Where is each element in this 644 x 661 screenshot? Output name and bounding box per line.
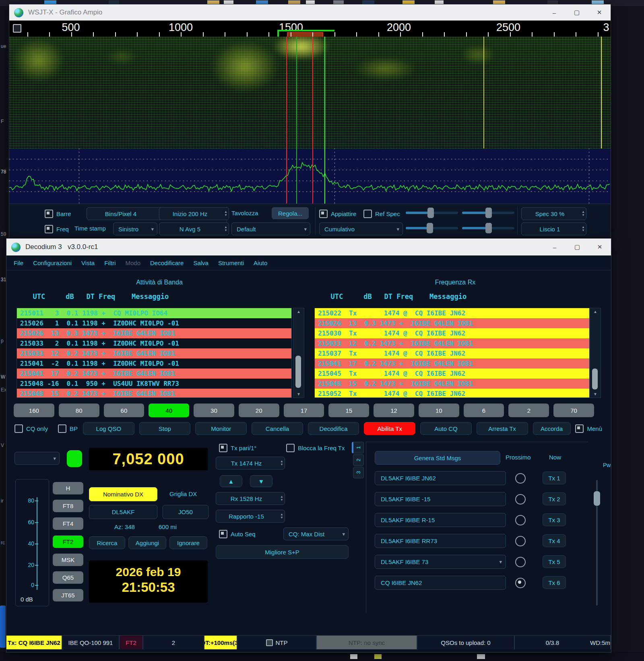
spinner-arrows[interactable]: ▲▼	[582, 223, 585, 235]
log-qso-button[interactable]: Log QSO	[83, 422, 134, 435]
gain2-slider[interactable]	[406, 222, 458, 234]
decode-row[interactable]: 215041 17 0.2 1473 + I6IBE G4LEN IO81	[315, 358, 589, 369]
pwr-slider[interactable]	[593, 480, 601, 605]
decode-row[interactable]: 215026 1 0.1 1198 + IZ0DHC MI0LPO -01	[17, 318, 291, 328]
cq-only-checkbox[interactable]: CQ only	[14, 424, 58, 433]
freq-checkbox[interactable]: Freq	[45, 225, 69, 233]
waterfall-display[interactable]	[9, 37, 611, 148]
decode-row[interactable]: 215045 Tx 1474 @ CQ I6IBE JN62	[315, 369, 589, 379]
checkbox-icon[interactable]	[58, 424, 66, 433]
decode-row[interactable]: 215026 13 0.3 1473 + I6IBE G4LEN IO81	[17, 328, 291, 338]
freq-tab-2[interactable]: 2	[353, 454, 364, 466]
spinner-arrows[interactable]: ▲▼	[280, 510, 283, 522]
menu-item[interactable]: Modo	[125, 259, 140, 266]
checkbox-icon[interactable]	[319, 210, 328, 218]
dx-call-button[interactable]: Nominativo DX	[89, 487, 157, 501]
timestamp-align-dropdown[interactable]: Sinistro	[113, 222, 157, 235]
pwr-slider-handle[interactable]	[594, 491, 600, 506]
frequency-scale[interactable]: 500 1000 1500 2000 2500 3	[9, 21, 611, 37]
menu-item[interactable]: Strumenti	[218, 259, 244, 266]
menu-item[interactable]: Decodificare	[150, 259, 184, 266]
tx-select-radio[interactable]	[515, 536, 526, 546]
main-titlebar[interactable]: Decodium 3 v3.0.0-rc1 – ▢ ✕	[6, 239, 611, 255]
menu-checkbox[interactable]: Menù	[575, 424, 602, 433]
palette-dropdown[interactable]: Default	[231, 222, 310, 235]
checkbox-icon[interactable]	[219, 444, 227, 452]
band-activity-table[interactable]: 215011 3 0.1 1198 + CQ MI0LPO IO64215026…	[17, 308, 292, 398]
decode-row[interactable]: 215041 17 0.2 1473 + I6IBE G4LEN IO81	[17, 369, 291, 379]
bins-pixel-spinner[interactable]: Bins/Pixel 4 ▲▼	[87, 207, 163, 220]
rx-freq-spinner[interactable]: Rx 1528 Hz ▲▼	[216, 492, 285, 505]
band-activity-scrollbar[interactable]: ▲▼	[293, 308, 304, 398]
adjust-palette-button[interactable]: Regola...	[272, 207, 309, 219]
mode-button[interactable]: FT8	[53, 500, 83, 512]
close-icon[interactable]: ✕	[588, 239, 611, 255]
close-icon[interactable]: ✕	[588, 4, 611, 21]
generate-std-msgs-button[interactable]: Genera Std Msgs	[375, 451, 500, 465]
auto-seq-checkbox[interactable]: Auto Seq	[219, 530, 256, 538]
tx-select-radio[interactable]	[515, 557, 526, 567]
menu-item[interactable]: File	[14, 259, 23, 266]
menu-item[interactable]: Configurazioni	[33, 259, 72, 266]
rx-frequency-scrollbar[interactable]: ▲▼	[590, 308, 601, 398]
tx-message-field[interactable]: CQ I6IBE JN62	[375, 576, 506, 590]
zero-slider[interactable]	[462, 207, 514, 218]
tx-select-radio[interactable]	[515, 578, 526, 588]
band-button[interactable]: 17	[284, 404, 324, 417]
tx-down-button[interactable]: ▼	[250, 475, 272, 487]
mode-button[interactable]: JT65	[53, 589, 83, 601]
start-freq-spinner[interactable]: Inizio 200 Hz ▲▼	[159, 207, 229, 220]
halt-tx-button[interactable]: Arresta Tx	[477, 422, 528, 435]
mode-button[interactable]: H	[53, 482, 83, 494]
tx-message-field[interactable]: DL5AKF I6IBE RR73	[375, 534, 506, 548]
dx-call-field[interactable]: DL5AKF	[89, 505, 157, 519]
tx-slot-button[interactable]: Tx 6	[543, 576, 566, 589]
tx-select-radio[interactable]	[515, 515, 526, 525]
tx-message-field[interactable]: DL5AKF I6IBE 73	[375, 555, 506, 569]
gain-slider[interactable]	[406, 207, 458, 218]
band-button[interactable]: 10	[419, 404, 459, 417]
tx-up-button[interactable]: ▲	[220, 475, 242, 487]
mode-button[interactable]: Q65	[53, 571, 83, 584]
dx-grid-field[interactable]: JO50	[163, 505, 208, 519]
band-button[interactable]: 2	[508, 404, 549, 417]
spectrum-plot[interactable]	[9, 148, 611, 204]
tx-slot-button[interactable]: Tx 4	[543, 534, 566, 547]
band-button[interactable]: 12	[374, 404, 414, 417]
tx-message-field[interactable]: DL5AKF I6IBE -15	[375, 492, 506, 506]
decode-row[interactable]: 215041 -2 0.1 1198 + IZ0DHC MI0LPO -01	[17, 358, 291, 369]
cq-mode-dropdown[interactable]: CQ: Max Dist	[283, 527, 349, 540]
band-button[interactable]: 15	[328, 404, 369, 417]
tx-slot-button[interactable]: Tx 5	[543, 555, 566, 568]
lookup-button[interactable]: Ricerca	[89, 536, 125, 549]
tx-message-field[interactable]: DL5AKF I6IBE R-15	[375, 513, 506, 527]
decode-row[interactable]: 215033 12 0.2 1473 + I6IBE G4LEN IO81	[315, 338, 589, 348]
band-button[interactable]: 6	[464, 404, 504, 417]
rx-frequency-table[interactable]: 215022 Tx 1474 @ CQ I6IBE JN62215026 13 …	[314, 308, 590, 398]
dial-frequency-display[interactable]: 7,052 000	[89, 448, 208, 470]
spinner-arrows[interactable]: ▲▼	[582, 208, 585, 220]
checkbox-icon[interactable]	[363, 210, 372, 218]
hold-tx-freq-checkbox[interactable]: Blocca la Freq Tx	[286, 444, 345, 452]
spectrum-type-dropdown[interactable]: Cumulativo	[319, 222, 403, 235]
mode-button[interactable]: FT4	[53, 517, 83, 530]
tx-slot-button[interactable]: Tx 2	[543, 492, 566, 505]
maximize-icon[interactable]: ▢	[566, 239, 588, 255]
add-button[interactable]: Aggiungi	[128, 536, 166, 549]
report-spinner[interactable]: Rapporto -15 ▲▼	[216, 510, 285, 523]
smooth-spinner[interactable]: Liscio 1 ▲▼	[521, 222, 586, 235]
band-button[interactable]: 80	[59, 404, 99, 417]
checkbox-icon[interactable]	[286, 444, 295, 452]
menu-item[interactable]: Aiuto	[254, 259, 267, 266]
zero2-slider[interactable]	[462, 222, 514, 234]
minimize-icon[interactable]: –	[543, 4, 566, 21]
spinner-arrows[interactable]: ▲▼	[224, 223, 227, 235]
checkbox-icon[interactable]	[219, 530, 227, 538]
spec-percent-spinner[interactable]: Spec 30 % ▲▼	[521, 207, 586, 220]
tx-message-field[interactable]: DL5AKF I6IBE JN62	[375, 471, 506, 485]
menu-item[interactable]: Salva	[193, 259, 208, 266]
checkbox-icon[interactable]	[45, 225, 53, 233]
tx-slot-button[interactable]: Tx 1	[543, 472, 566, 484]
erase-button[interactable]: Cancella	[252, 422, 303, 435]
enable-tx-button[interactable]: Abilita Tx	[364, 422, 415, 435]
